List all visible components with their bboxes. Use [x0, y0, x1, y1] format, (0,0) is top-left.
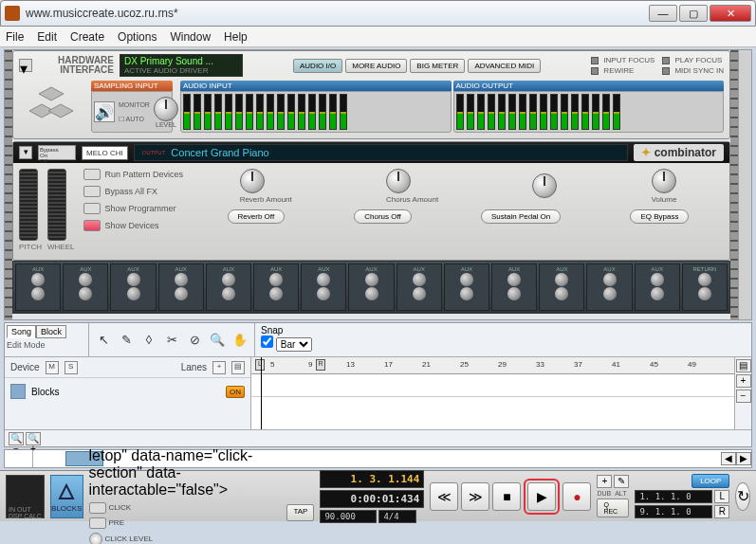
- audio-io-button[interactable]: AUDIO I/O: [293, 59, 342, 73]
- block-tab[interactable]: Block: [36, 325, 66, 338]
- auto-label[interactable]: AUTO: [126, 116, 144, 122]
- tempo-display[interactable]: 90.000: [320, 510, 377, 523]
- goto-loop-l[interactable]: L: [714, 490, 729, 503]
- run-pattern-button[interactable]: [83, 169, 101, 180]
- mixer-channel[interactable]: AUX: [444, 263, 489, 311]
- pitch-wheel[interactable]: [19, 169, 38, 241]
- play-button[interactable]: ▶: [527, 482, 556, 511]
- magnify-tool[interactable]: 🔍: [209, 332, 226, 349]
- big-meter-button[interactable]: BIG METER: [410, 59, 465, 73]
- razor-tool[interactable]: ✂: [163, 332, 180, 349]
- sustain-pedal-button[interactable]: Sustain Pedal On: [481, 209, 561, 224]
- mixer-channel[interactable]: AUX: [63, 263, 108, 311]
- more-audio-button[interactable]: MORE AUDIO: [345, 59, 407, 73]
- show-programmer-button[interactable]: [83, 203, 101, 214]
- rotary3-knob[interactable]: [532, 173, 557, 198]
- song-tab[interactable]: Song: [7, 325, 36, 338]
- combinator-lcd[interactable]: OUTPUT Concert Grand Piano: [134, 144, 628, 161]
- blocks-mode-button[interactable]: BLOCKS: [50, 475, 83, 518]
- rack-scrollbar[interactable]: [738, 50, 751, 319]
- loop-button[interactable]: LOOP: [691, 474, 729, 488]
- loop-right-marker[interactable]: R: [316, 359, 325, 371]
- signature-display[interactable]: 4/4: [378, 510, 416, 523]
- loop-left-marker[interactable]: L: [255, 359, 265, 371]
- bypass-fx-button[interactable]: [83, 186, 101, 197]
- pre-button[interactable]: [89, 517, 106, 529]
- time-display[interactable]: 0:00:01:434: [320, 490, 424, 508]
- position-display[interactable]: 1. 3. 1.144: [320, 470, 424, 488]
- volume-knob[interactable]: [652, 169, 676, 193]
- menu-help[interactable]: Help: [224, 30, 248, 44]
- rewind-button[interactable]: ≪: [430, 482, 458, 511]
- mute-tool[interactable]: ⊘: [186, 332, 203, 349]
- timeline[interactable]: L R 5913172125293337414549: [251, 357, 734, 429]
- mixer-return[interactable]: RETURN: [682, 263, 728, 311]
- mixer-channel[interactable]: AUX: [15, 263, 61, 311]
- mixer-channel[interactable]: AUX: [635, 263, 680, 311]
- pencil-tool[interactable]: ✎: [118, 332, 135, 349]
- playhead[interactable]: [261, 357, 262, 429]
- new-alt-button[interactable]: ✎: [614, 475, 629, 488]
- reverb-amount-knob[interactable]: [240, 169, 265, 193]
- mixer-channel[interactable]: AUX: [158, 263, 204, 311]
- stop-button[interactable]: ■: [492, 482, 521, 511]
- level-knob[interactable]: [154, 97, 178, 121]
- close-button[interactable]: ✕: [710, 5, 751, 22]
- patch-name-display[interactable]: MELO CHI: [82, 146, 128, 160]
- monitor-speaker-icon[interactable]: 🔊: [94, 101, 115, 122]
- fast-forward-button[interactable]: ≫: [461, 482, 489, 511]
- goto-loop-r[interactable]: R: [714, 505, 729, 518]
- tap-tempo-button[interactable]: TAP: [286, 504, 314, 521]
- audio-driver-display[interactable]: DX Primary Sound ... ACTIVE AUDIO DRIVER: [120, 54, 243, 77]
- snap-checkbox[interactable]: [261, 335, 273, 348]
- eraser-tool[interactable]: ◊: [140, 332, 157, 349]
- menu-create[interactable]: Create: [70, 30, 104, 44]
- chorus-off-button[interactable]: Chorus Off: [354, 209, 412, 224]
- eq-bypass-button[interactable]: EQ Bypass: [630, 209, 689, 224]
- inspector-toggle[interactable]: ▤: [736, 359, 751, 372]
- zoom-out-h-button[interactable]: 🔍−: [9, 432, 24, 445]
- mixer-channel[interactable]: AUX: [301, 263, 346, 311]
- mixer-channel[interactable]: AUX: [491, 263, 537, 311]
- zoom-out-v[interactable]: −: [736, 390, 751, 403]
- click-level-knob[interactable]: [89, 533, 102, 545]
- mixer-channel[interactable]: AUX: [253, 263, 299, 311]
- loop-left-display[interactable]: 1. 1. 1. 0: [635, 490, 712, 503]
- overview-scroll-left[interactable]: ◀: [721, 452, 736, 465]
- zoom-in-v[interactable]: +: [736, 374, 751, 388]
- overview-scroll-right[interactable]: ▶: [736, 452, 751, 465]
- maximize-button[interactable]: ▢: [679, 5, 708, 22]
- menu-file[interactable]: File: [6, 30, 24, 44]
- mod-wheel[interactable]: [47, 169, 66, 241]
- hand-tool[interactable]: ✋: [231, 332, 249, 349]
- q-rec-button[interactable]: Q REC: [597, 499, 629, 517]
- loop-right-display[interactable]: 9. 1. 1. 0: [635, 505, 712, 518]
- menu-window[interactable]: Window: [170, 30, 211, 44]
- blocks-on-badge[interactable]: ON: [226, 386, 245, 398]
- chorus-amount-knob[interactable]: [386, 169, 411, 193]
- menu-options[interactable]: Options: [118, 30, 157, 44]
- reverb-off-button[interactable]: Reverb Off: [228, 209, 286, 224]
- zoom-in-h-button[interactable]: 🔍+: [26, 432, 41, 445]
- fold-toggle[interactable]: ▾: [19, 146, 32, 159]
- click-button[interactable]: [89, 502, 106, 514]
- mixer-channel[interactable]: AUX: [539, 263, 584, 311]
- mixer-channel[interactable]: AUX: [110, 263, 156, 311]
- show-devices-button[interactable]: [83, 220, 101, 231]
- reset-automation-button[interactable]: ↻: [735, 482, 750, 511]
- new-overdub-button[interactable]: +: [597, 475, 612, 488]
- track-row-blocks[interactable]: Blocks ON: [5, 378, 250, 405]
- record-button[interactable]: ●: [562, 482, 591, 511]
- mixer-channel[interactable]: AUX: [348, 263, 394, 311]
- add-lane-button[interactable]: +: [212, 361, 226, 374]
- solo-all-button[interactable]: S: [65, 361, 78, 374]
- track-lane[interactable]: [251, 374, 734, 397]
- dsp-inspector[interactable]: IN OUT DSP CALC: [6, 475, 45, 518]
- mixer-channel[interactable]: AUX: [396, 263, 442, 311]
- lane-menu-button[interactable]: ▤: [231, 361, 245, 374]
- mixer-channel[interactable]: AUX: [586, 263, 632, 311]
- pointer-tool[interactable]: ↖: [95, 332, 112, 349]
- advanced-midi-button[interactable]: ADVANCED MIDI: [468, 59, 541, 73]
- overview-handle-left[interactable]: [5, 450, 33, 467]
- time-ruler[interactable]: L R 5913172125293337414549: [251, 357, 734, 374]
